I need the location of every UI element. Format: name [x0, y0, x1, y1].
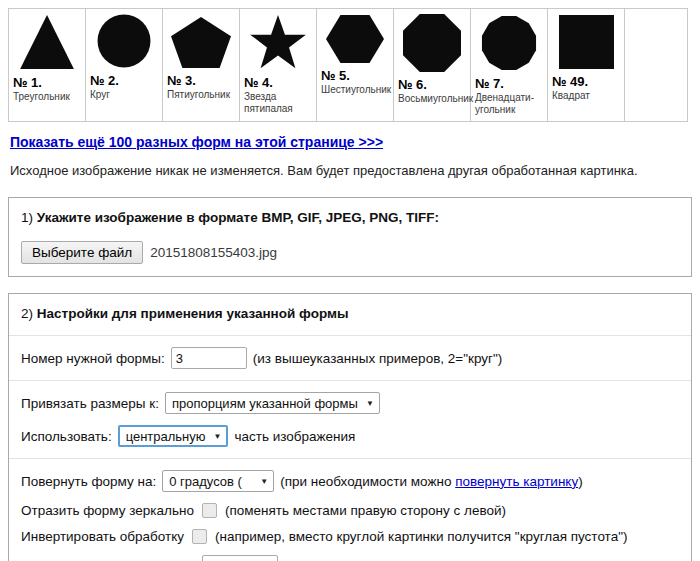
shape-cell-pentagon: № 3. Пятиугольник [163, 9, 240, 121]
shape-name: Двенадцати-угольник [475, 92, 543, 116]
circle-icon [97, 14, 151, 68]
shape-number-input[interactable] [171, 347, 247, 369]
shape-number: № 4. [244, 75, 273, 90]
mirror-label: Отразить форму зеркально [21, 503, 194, 518]
invert-row: Инвертировать обработку (например, вмест… [21, 529, 679, 544]
use-part-value: центральную [126, 429, 206, 444]
invert-label: Инвертировать обработку [21, 529, 184, 544]
use-part-select[interactable]: центральную ▼ [118, 425, 229, 447]
shape-cell-empty [625, 9, 687, 121]
bind-size-select[interactable]: пропорциям указанной формы ▼ [165, 392, 380, 414]
section1-title: 1) Укажите изображение в формате BMP, GI… [21, 207, 679, 231]
shape-number-hint: (из вышеуказанных примеров, 2="круг") [253, 351, 502, 366]
bind-size-value: пропорциям указанной формы [172, 396, 358, 411]
triangle-icon [19, 14, 75, 70]
shape-cell-circle: № 2. Круг [86, 9, 163, 121]
shape-name: Звезда пятипалая [244, 91, 312, 115]
mirror-hint: (поменять местами правую сторону с левой… [225, 503, 506, 518]
shape-cell-square: № 49. Квадрат [548, 9, 625, 121]
rotate-select[interactable]: 0 градусов ( ▼ [162, 470, 274, 492]
shape-cell-dodecagon: № 7. Двенадцати-угольник [471, 9, 548, 121]
shape-name: Восьмиугольник [398, 93, 473, 105]
shape-name: Треугольник [13, 91, 70, 103]
invert-hint: (например, вместо круглой картинки получ… [215, 529, 627, 544]
shape-number: № 7. [475, 76, 504, 91]
image-upload-panel: 1) Укажите изображение в формате BMP, GI… [8, 197, 692, 277]
star-icon [249, 15, 307, 70]
rotate-label: Повернуть форму на: [21, 474, 156, 489]
settings-panel: 2) Настройки для применения указанной фо… [8, 293, 692, 561]
shape-name: Круг [90, 89, 110, 101]
shape-name: Пятиугольник [167, 89, 230, 101]
original-image-note: Исходное изображение никак не изменяется… [10, 163, 692, 178]
dodecagon-icon [481, 15, 537, 71]
chevron-down-icon: ▼ [214, 432, 222, 441]
rotate-hint: (при необходимости можно повернуть карти… [280, 474, 582, 489]
shape-name: Шестиугольник [321, 84, 391, 96]
chevron-down-icon: ▼ [366, 399, 374, 408]
selected-file-name: 20151808155403.jpg [150, 245, 277, 260]
choose-file-button[interactable]: Выберите файл [21, 241, 143, 264]
chevron-down-icon: ▼ [260, 477, 268, 486]
pentagon-icon [171, 17, 231, 68]
rotate-image-link[interactable]: повернуть картинку [455, 474, 578, 489]
mirror-row: Отразить форму зеркально (поменять места… [21, 503, 679, 518]
shape-number: № 49. [552, 74, 588, 89]
shape-number: № 1. [13, 75, 42, 90]
shape-number-row: Номер нужной формы: (из вышеуказанных пр… [21, 347, 679, 369]
bind-size-label: Привязать размеры к: [21, 396, 159, 411]
shape-number: № 5. [321, 68, 350, 83]
use-part-row: Использовать: центральную ▼ часть изобра… [21, 425, 679, 447]
shape-cell-octagon: № 6. Восьмиугольник [394, 9, 471, 121]
divider [9, 335, 691, 336]
rotate-row: Повернуть форму на: 0 градусов ( ▼ (при … [21, 470, 679, 492]
hexagon-icon [326, 15, 384, 63]
invert-checkbox[interactable] [192, 529, 207, 544]
square-icon [559, 15, 614, 69]
shape-number: № 6. [398, 77, 427, 92]
show-more-shapes-link[interactable]: Показать ещё 100 разных форм на этой стр… [10, 134, 383, 150]
shape-cell-triangle: № 1. Треугольник [9, 9, 86, 121]
use-part-label: Использовать: [21, 429, 112, 444]
divider [9, 458, 691, 459]
shape-number: № 2. [90, 73, 119, 88]
shape-name: Квадрат [552, 90, 590, 102]
shape-cell-hexagon: № 5. Шестиугольник [317, 9, 394, 121]
mirror-checkbox[interactable] [202, 503, 217, 518]
bind-size-row: Привязать размеры к: пропорциям указанно… [21, 392, 679, 414]
rotate-value: 0 градусов ( [169, 474, 242, 489]
use-part-suffix: часть изображения [234, 429, 355, 444]
shape-number-label: Номер нужной формы: [21, 351, 165, 366]
section2-title: 2) Настройки для применения указанной фо… [21, 303, 679, 327]
divider [9, 380, 691, 381]
shape-number: № 3. [167, 73, 196, 88]
shape-cell-star: № 4. Звезда пятипалая [240, 9, 317, 121]
smooth-input[interactable] [202, 555, 278, 561]
smooth-row: Сглаживание краёв формы: (0-100) [21, 555, 679, 561]
octagon-icon [403, 14, 461, 72]
shapes-table: № 1. Треугольник № 2. Круг № 3. Пятиугол… [8, 8, 688, 122]
